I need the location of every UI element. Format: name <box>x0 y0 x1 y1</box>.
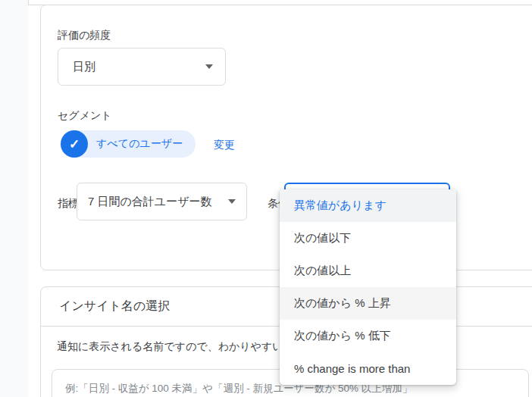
page-left-gutter <box>0 0 28 397</box>
condition-option-4[interactable]: 次の値から % 上昇 <box>280 287 456 320</box>
insight-name-description: 通知に表示される名前ですので、わかりやすい <box>57 340 283 354</box>
metric-select[interactable]: 7 日間の合計ユーザー数 <box>77 183 247 220</box>
insight-name-title: インサイト名の選択 <box>59 299 170 314</box>
segment-chip-label: すべてのユーザー <box>96 137 183 151</box>
segment-chip[interactable]: ✓ すべてのユーザー <box>61 130 196 158</box>
insight-settings-page: 評価の頻度 日別 セグメント ✓ すべてのユーザー 変更 指標 7 日間の合計ユ… <box>0 0 532 397</box>
segment-label: セグメント <box>58 108 112 122</box>
metric-value: 7 日間の合計ユーザー数 <box>88 195 212 209</box>
condition-option-1[interactable]: 異常値があります <box>280 189 456 222</box>
checkmark-icon: ✓ <box>61 130 88 158</box>
caret-down-icon <box>228 199 236 204</box>
segment-change-link[interactable]: 変更 <box>214 139 235 152</box>
frequency-label: 評価の頻度 <box>58 28 111 42</box>
condition-option-5[interactable]: 次の値から % 低下 <box>280 320 456 352</box>
frequency-value: 日別 <box>73 60 95 74</box>
condition-dropdown-menu: 異常値があります次の値以下次の値以上次の値から % 上昇次の値から % 低下% … <box>280 189 456 385</box>
caret-down-icon <box>205 64 213 69</box>
condition-option-3[interactable]: 次の値以上 <box>280 255 456 287</box>
metric-label: 指標 <box>58 196 79 210</box>
condition-option-6[interactable]: % change is more than <box>280 352 456 385</box>
condition-option-2[interactable]: 次の値以下 <box>280 222 456 255</box>
frequency-select[interactable]: 日別 <box>58 48 226 86</box>
